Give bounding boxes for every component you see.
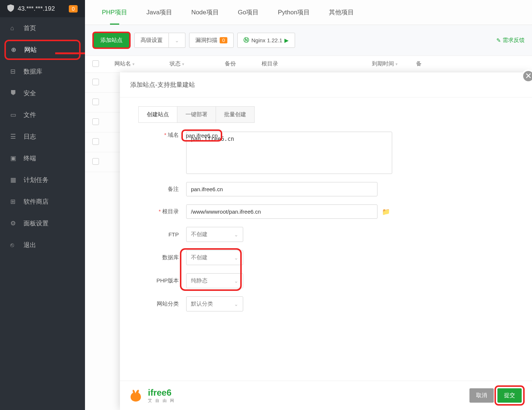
th-note: 备 (412, 60, 425, 68)
db-select[interactable]: 不创建⌄ (186, 250, 243, 265)
select-all-checkbox[interactable] (92, 60, 99, 67)
edit-icon: ✎ (496, 37, 501, 44)
logo: ifree6 艾 自 由 网 (130, 388, 175, 403)
logo-subtitle: 艾 自 由 网 (148, 398, 175, 403)
nav-website[interactable]: ⊕网站 (4, 40, 81, 60)
shield-check-icon: ⛊ (10, 90, 18, 97)
grid-icon: ⊞ (10, 198, 18, 206)
modal-tab-batch[interactable]: 批量创建 (216, 107, 254, 122)
add-site-modal: ✕ 添加站点-支持批量建站 创建站点 一键部署 批量创建 *域名 pan.ifr… (120, 72, 532, 410)
category-select[interactable]: 默认分类⌄ (186, 296, 243, 311)
th-root: 根目录 (258, 60, 368, 68)
nav-store[interactable]: ⊞软件商店 (0, 191, 85, 213)
ftp-select[interactable]: 不创建⌄ (186, 227, 243, 242)
folder-icon: ▭ (10, 111, 18, 119)
chevron-down-icon: ⌄ (234, 232, 238, 238)
tab-python[interactable]: Python项目 (268, 0, 319, 25)
gear-icon: ⚙ (10, 220, 18, 227)
th-name[interactable]: 网站名 ▾ (111, 60, 166, 68)
row-checkbox[interactable] (92, 138, 99, 145)
nav-database[interactable]: ⊟数据库 (0, 61, 85, 82)
site-form: *域名 pan.ifree6.cn 备注 *根目录 📁 FTP 不创建⌄ 数据库… (120, 123, 532, 328)
sidebar: 43.***.***.192 0 ⌂首页 ⊕网站 ⊟数据库 ⛊安全 ▭文件 ☰日… (0, 0, 85, 410)
nav-files[interactable]: ▭文件 (0, 104, 85, 126)
advanced-button[interactable]: 高级设置 (134, 33, 169, 48)
shield-icon (7, 4, 14, 13)
sort-icon: ▾ (396, 62, 398, 66)
add-site-button[interactable]: 添加站点 (92, 32, 131, 49)
server-ip: 43.***.***.192 (18, 5, 69, 13)
tab-other[interactable]: 其他项目 (319, 0, 363, 25)
nginx-icon: Ⓝ (244, 37, 249, 44)
list-icon: ☰ (10, 133, 18, 140)
th-backup: 备份 (221, 60, 258, 68)
scan-badge: 0 (220, 37, 227, 43)
nav-cron[interactable]: ▦计划任务 (0, 169, 85, 191)
row-checkbox[interactable] (92, 158, 99, 165)
feedback-link[interactable]: ✎需求反馈 (496, 37, 525, 44)
root-input[interactable] (186, 204, 377, 219)
row-checkbox[interactable] (92, 79, 99, 85)
nginx-button[interactable]: Ⓝ Nginx 1.22.1 ▶ (237, 33, 295, 48)
cancel-button[interactable]: 取消 (469, 388, 494, 403)
row-checkbox[interactable] (92, 118, 99, 125)
chevron-down-icon: ⌄ (234, 255, 238, 261)
modal-tab-deploy[interactable]: 一键部署 (177, 107, 216, 122)
modal-title: 添加站点-支持批量建站 (120, 72, 532, 97)
nav-home[interactable]: ⌂首页 (0, 17, 85, 39)
globe-icon: ⊕ (11, 46, 18, 54)
sidebar-header: 43.***.***.192 0 (0, 0, 85, 17)
rabbit-icon (130, 389, 145, 402)
th-expire[interactable]: 到期时间 ▾ (368, 60, 412, 68)
logout-icon: ⎋ (10, 242, 18, 249)
advanced-dropdown[interactable]: ⌄ (169, 33, 185, 48)
table-header: 网站名 ▾ 状态 ▾ 备份 根目录 到期时间 ▾ 备 (85, 56, 532, 73)
row-checkbox[interactable] (92, 99, 99, 105)
logo-text: ifree6 (148, 388, 175, 398)
close-button[interactable]: ✕ (522, 69, 532, 83)
php-select[interactable]: 纯静态⌄ (186, 273, 243, 288)
home-icon: ⌂ (10, 25, 18, 32)
submit-button[interactable]: 提交 (497, 388, 522, 403)
project-tabs: PHP项目 Java项目 Node项目 Go项目 Python项目 其他项目 (85, 0, 532, 25)
notification-badge[interactable]: 0 (69, 5, 78, 13)
chevron-down-icon: ⌄ (234, 301, 238, 307)
folder-browse-icon[interactable]: 📁 (382, 208, 390, 216)
nav-logs[interactable]: ☰日志 (0, 126, 85, 147)
tab-php[interactable]: PHP项目 (92, 0, 137, 25)
modal-footer: ifree6 艾 自 由 网 取消 提交 (120, 381, 532, 410)
database-icon: ⊟ (10, 68, 18, 75)
toolbar: 添加站点 高级设置 ⌄ 漏洞扫描 0 Ⓝ Nginx 1.22.1 ▶ ✎需求反… (85, 25, 532, 56)
tab-node[interactable]: Node项目 (182, 0, 228, 25)
th-status[interactable]: 状态 ▾ (166, 60, 221, 68)
calendar-icon: ▦ (10, 176, 18, 184)
chevron-down-icon: ⌄ (175, 38, 179, 43)
nav-settings[interactable]: ⚙面板设置 (0, 213, 85, 234)
close-icon: ✕ (525, 71, 532, 81)
terminal-icon: ▣ (10, 154, 18, 162)
sort-icon: ▾ (182, 62, 184, 66)
nav-logout[interactable]: ⎋退出 (0, 234, 85, 256)
sort-icon: ▾ (132, 62, 135, 66)
annotation-domain-highlight: pan.ifree6.cn (181, 129, 222, 142)
modal-tabs: 创建站点 一键部署 批量创建 (138, 106, 255, 123)
note-input[interactable] (186, 182, 377, 196)
tab-java[interactable]: Java项目 (137, 0, 182, 25)
scan-button[interactable]: 漏洞扫描 0 (189, 33, 234, 48)
nav-security[interactable]: ⛊安全 (0, 82, 85, 104)
chevron-down-icon: ⌄ (234, 278, 238, 284)
play-icon: ▶ (284, 37, 289, 44)
advanced-group: 高级设置 ⌄ (134, 33, 185, 48)
nav-terminal[interactable]: ▣终端 (0, 147, 85, 169)
tab-go[interactable]: Go项目 (228, 0, 269, 25)
modal-tab-create[interactable]: 创建站点 (139, 107, 177, 122)
